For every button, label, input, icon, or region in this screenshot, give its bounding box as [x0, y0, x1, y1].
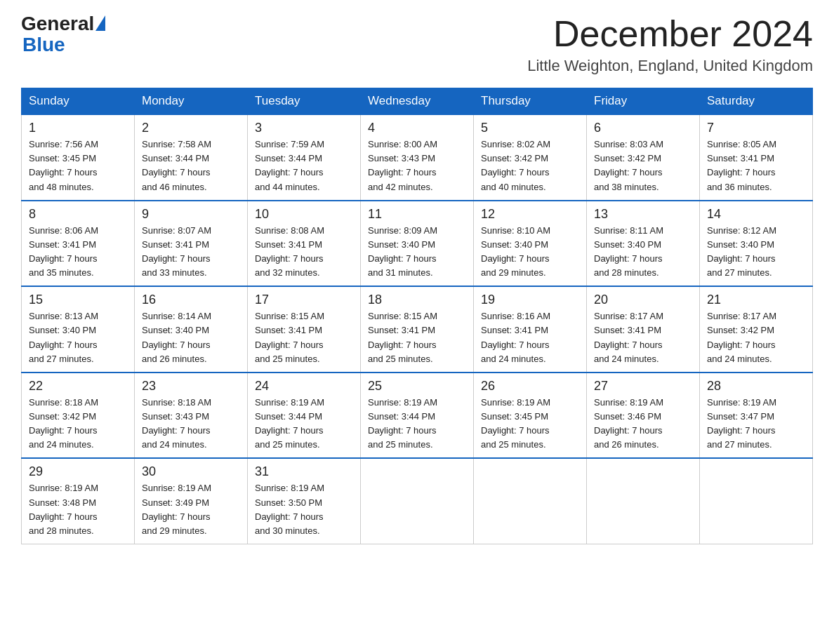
day-cell: 24Sunrise: 8:19 AMSunset: 3:44 PMDayligh…: [248, 373, 361, 459]
day-number: 8: [29, 207, 127, 222]
logo-general-text: General: [21, 14, 94, 34]
day-info: Sunrise: 7:56 AMSunset: 3:45 PMDaylight:…: [29, 137, 127, 194]
location-title: Little Weighton, England, United Kingdom: [527, 57, 813, 75]
day-cell: [587, 458, 700, 544]
day-number: 1: [29, 121, 127, 135]
day-number: 17: [255, 293, 353, 307]
calendar-header: SundayMondayTuesdayWednesdayThursdayFrid…: [22, 88, 813, 115]
day-number: 16: [142, 293, 240, 307]
day-info: Sunrise: 8:08 AMSunset: 3:41 PMDaylight:…: [255, 224, 353, 281]
day-info: Sunrise: 8:19 AMSunset: 3:48 PMDaylight:…: [29, 481, 127, 538]
day-info: Sunrise: 8:07 AMSunset: 3:41 PMDaylight:…: [142, 224, 240, 281]
day-cell: 31Sunrise: 8:19 AMSunset: 3:50 PMDayligh…: [248, 458, 361, 544]
day-info: Sunrise: 8:16 AMSunset: 3:41 PMDaylight:…: [481, 309, 579, 366]
day-number: 19: [481, 293, 579, 307]
day-cell: [361, 458, 474, 544]
day-info: Sunrise: 7:59 AMSunset: 3:44 PMDaylight:…: [255, 137, 353, 194]
day-cell: 9Sunrise: 8:07 AMSunset: 3:41 PMDaylight…: [135, 201, 248, 287]
day-info: Sunrise: 8:03 AMSunset: 3:42 PMDaylight:…: [594, 137, 692, 194]
header-day-tuesday: Tuesday: [248, 88, 361, 115]
day-info: Sunrise: 7:58 AMSunset: 3:44 PMDaylight:…: [142, 137, 240, 194]
day-info: Sunrise: 8:18 AMSunset: 3:42 PMDaylight:…: [29, 396, 127, 452]
day-cell: 3Sunrise: 7:59 AMSunset: 3:44 PMDaylight…: [248, 114, 361, 201]
week-row-1: 1Sunrise: 7:56 AMSunset: 3:45 PMDaylight…: [22, 114, 813, 201]
day-cell: 12Sunrise: 8:10 AMSunset: 3:40 PMDayligh…: [474, 201, 587, 287]
day-info: Sunrise: 8:02 AMSunset: 3:42 PMDaylight:…: [481, 137, 579, 194]
day-number: 7: [707, 121, 805, 135]
header-day-saturday: Saturday: [700, 88, 813, 115]
week-row-5: 29Sunrise: 8:19 AMSunset: 3:48 PMDayligh…: [22, 458, 813, 544]
day-cell: 5Sunrise: 8:02 AMSunset: 3:42 PMDaylight…: [474, 114, 587, 201]
day-cell: 26Sunrise: 8:19 AMSunset: 3:45 PMDayligh…: [474, 373, 587, 459]
day-number: 24: [255, 379, 353, 394]
day-info: Sunrise: 8:15 AMSunset: 3:41 PMDaylight:…: [255, 309, 353, 366]
day-cell: 11Sunrise: 8:09 AMSunset: 3:40 PMDayligh…: [361, 201, 474, 287]
day-number: 27: [594, 379, 692, 394]
day-info: Sunrise: 8:19 AMSunset: 3:50 PMDaylight:…: [255, 481, 353, 538]
day-info: Sunrise: 8:17 AMSunset: 3:41 PMDaylight:…: [594, 309, 692, 366]
day-info: Sunrise: 8:09 AMSunset: 3:40 PMDaylight:…: [368, 224, 466, 281]
day-cell: 15Sunrise: 8:13 AMSunset: 3:40 PMDayligh…: [22, 286, 135, 373]
logo-blue-text: Blue: [22, 34, 65, 55]
month-title: December 2024: [527, 14, 813, 54]
logo-triangle-icon: [95, 15, 105, 31]
day-cell: 19Sunrise: 8:16 AMSunset: 3:41 PMDayligh…: [474, 286, 587, 373]
day-info: Sunrise: 8:15 AMSunset: 3:41 PMDaylight:…: [368, 309, 466, 366]
day-cell: [474, 458, 587, 544]
day-cell: 6Sunrise: 8:03 AMSunset: 3:42 PMDaylight…: [587, 114, 700, 201]
day-number: 31: [255, 464, 353, 479]
day-number: 9: [142, 207, 240, 222]
day-number: 25: [368, 379, 466, 394]
day-cell: 27Sunrise: 8:19 AMSunset: 3:46 PMDayligh…: [587, 373, 700, 459]
day-info: Sunrise: 8:17 AMSunset: 3:42 PMDaylight:…: [707, 309, 805, 366]
day-number: 10: [255, 207, 353, 222]
day-info: Sunrise: 8:05 AMSunset: 3:41 PMDaylight:…: [707, 137, 805, 194]
day-cell: 30Sunrise: 8:19 AMSunset: 3:49 PMDayligh…: [135, 458, 248, 544]
day-number: 26: [481, 379, 579, 394]
day-cell: 23Sunrise: 8:18 AMSunset: 3:43 PMDayligh…: [135, 373, 248, 459]
day-number: 20: [594, 293, 692, 307]
day-number: 4: [368, 121, 466, 135]
day-number: 22: [29, 379, 127, 394]
day-info: Sunrise: 8:19 AMSunset: 3:44 PMDaylight:…: [368, 396, 466, 452]
day-cell: 14Sunrise: 8:12 AMSunset: 3:40 PMDayligh…: [700, 201, 813, 287]
day-cell: 8Sunrise: 8:06 AMSunset: 3:41 PMDaylight…: [22, 201, 135, 287]
day-cell: 25Sunrise: 8:19 AMSunset: 3:44 PMDayligh…: [361, 373, 474, 459]
day-info: Sunrise: 8:13 AMSunset: 3:40 PMDaylight:…: [29, 309, 127, 366]
day-number: 21: [707, 293, 805, 307]
day-cell: 2Sunrise: 7:58 AMSunset: 3:44 PMDaylight…: [135, 114, 248, 201]
title-area: December 2024 Little Weighton, England, …: [527, 14, 813, 75]
day-info: Sunrise: 8:10 AMSunset: 3:40 PMDaylight:…: [481, 224, 579, 281]
day-cell: 4Sunrise: 8:00 AMSunset: 3:43 PMDaylight…: [361, 114, 474, 201]
day-number: 6: [594, 121, 692, 135]
day-info: Sunrise: 8:19 AMSunset: 3:45 PMDaylight:…: [481, 396, 579, 452]
day-number: 5: [481, 121, 579, 135]
day-number: 28: [707, 379, 805, 394]
day-cell: 28Sunrise: 8:19 AMSunset: 3:47 PMDayligh…: [700, 373, 813, 459]
week-row-3: 15Sunrise: 8:13 AMSunset: 3:40 PMDayligh…: [22, 286, 813, 373]
day-cell: 13Sunrise: 8:11 AMSunset: 3:40 PMDayligh…: [587, 201, 700, 287]
day-cell: 29Sunrise: 8:19 AMSunset: 3:48 PMDayligh…: [22, 458, 135, 544]
day-info: Sunrise: 8:14 AMSunset: 3:40 PMDaylight:…: [142, 309, 240, 366]
day-cell: 22Sunrise: 8:18 AMSunset: 3:42 PMDayligh…: [22, 373, 135, 459]
day-info: Sunrise: 8:06 AMSunset: 3:41 PMDaylight:…: [29, 224, 127, 281]
day-info: Sunrise: 8:19 AMSunset: 3:49 PMDaylight:…: [142, 481, 240, 538]
day-cell: 10Sunrise: 8:08 AMSunset: 3:41 PMDayligh…: [248, 201, 361, 287]
header-day-wednesday: Wednesday: [361, 88, 474, 115]
day-cell: 1Sunrise: 7:56 AMSunset: 3:45 PMDaylight…: [22, 114, 135, 201]
day-number: 29: [29, 464, 127, 479]
logo: General Blue: [21, 14, 105, 56]
day-cell: 17Sunrise: 8:15 AMSunset: 3:41 PMDayligh…: [248, 286, 361, 373]
header-day-monday: Monday: [135, 88, 248, 115]
header-row: SundayMondayTuesdayWednesdayThursdayFrid…: [22, 88, 813, 115]
calendar-table: SundayMondayTuesdayWednesdayThursdayFrid…: [21, 88, 813, 544]
day-info: Sunrise: 8:19 AMSunset: 3:47 PMDaylight:…: [707, 396, 805, 452]
day-number: 13: [594, 207, 692, 222]
day-cell: [700, 458, 813, 544]
day-number: 3: [255, 121, 353, 135]
day-info: Sunrise: 8:19 AMSunset: 3:44 PMDaylight:…: [255, 396, 353, 452]
day-cell: 21Sunrise: 8:17 AMSunset: 3:42 PMDayligh…: [700, 286, 813, 373]
day-info: Sunrise: 8:19 AMSunset: 3:46 PMDaylight:…: [594, 396, 692, 452]
day-number: 15: [29, 293, 127, 307]
calendar-body: 1Sunrise: 7:56 AMSunset: 3:45 PMDaylight…: [22, 114, 813, 544]
